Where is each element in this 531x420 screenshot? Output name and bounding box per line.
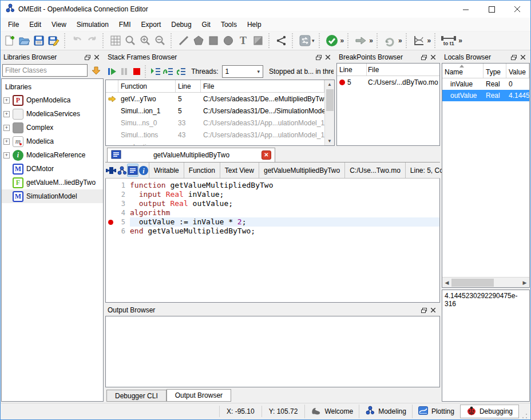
library-item-simulationmodel[interactable]: MSimulationModel <box>2 189 103 203</box>
step-return-icon[interactable] <box>175 65 187 78</box>
column-line[interactable]: Line <box>176 80 201 92</box>
vertical-scrollbar[interactable]: ▲ ▼ <box>324 80 334 145</box>
transition-mode-icon[interactable]: ▾ <box>298 33 316 48</box>
expander-icon[interactable]: + <box>3 138 10 145</box>
column-function[interactable]: Function <box>118 80 176 92</box>
stack-frame-row[interactable]: Simu...ns_033C:/Users/adeas31/App...ulat… <box>106 117 324 129</box>
menu-debug[interactable]: Debug <box>166 19 196 30</box>
stop-icon[interactable] <box>131 65 142 78</box>
menu-fmi[interactable]: FMI <box>114 19 136 30</box>
close-panel-icon[interactable] <box>429 306 438 314</box>
close-panel-icon[interactable] <box>92 53 101 61</box>
expander-icon[interactable]: + <box>3 111 10 117</box>
close-panel-icon[interactable] <box>518 53 528 61</box>
float-panel-icon[interactable] <box>509 53 518 61</box>
perspective-welcome[interactable]: Welcome <box>304 405 359 418</box>
column-type[interactable]: Type <box>484 64 506 78</box>
code-line[interactable]: 3 output Real outValue; <box>106 199 439 208</box>
library-item-modelicareference[interactable]: +iModelicaReference <box>2 148 103 162</box>
library-item-openmodelica[interactable]: +POpenModelica <box>2 93 103 107</box>
icon-view-icon[interactable] <box>105 163 117 178</box>
output-content[interactable] <box>105 316 440 387</box>
library-item-complex[interactable]: +Complex <box>2 121 103 134</box>
column-line[interactable]: Line <box>337 64 367 76</box>
code-line[interactable]: 1function getValueMultipliedByTwo <box>106 181 439 190</box>
code-line[interactable]: 4algorithm <box>106 208 439 217</box>
overflow-chevron-icon[interactable]: » <box>339 37 345 45</box>
column-file[interactable]: File <box>367 66 439 74</box>
menu-tools[interactable]: Tools <box>216 19 242 30</box>
scroll-thumb[interactable] <box>451 279 494 287</box>
perspective-modeling[interactable]: Modeling <box>359 405 412 418</box>
float-panel-icon[interactable] <box>83 53 92 61</box>
float-panel-icon[interactable] <box>419 53 429 61</box>
tab-debugger-cli[interactable]: Debugger CLI <box>106 390 167 402</box>
variable-value-box[interactable]: 4.1445230292290475e-316 <box>442 290 530 402</box>
line-shape-icon[interactable] <box>176 33 191 48</box>
stack-frame-row[interactable]: Simul...tions43C:/Users/adeas31/App...ul… <box>106 129 324 141</box>
libraries-root[interactable]: Libraries <box>2 81 103 93</box>
maximize-button[interactable] <box>479 1 505 18</box>
breakpoint-row[interactable]: 5 C:/Users/...dByTwo.mo <box>337 76 439 89</box>
menu-git[interactable]: Git <box>197 19 216 30</box>
tab-output-browser[interactable]: Output Browser <box>167 389 231 402</box>
expander-icon[interactable]: + <box>3 152 10 159</box>
column-file[interactable]: File <box>201 80 324 92</box>
library-item-getvaluem-liedbytwo[interactable]: FgetValueM...liedByTwo <box>2 176 103 189</box>
overflow-chevron-icon[interactable]: » <box>397 37 403 45</box>
column-value[interactable]: Value <box>506 64 529 78</box>
text-view-icon[interactable] <box>127 164 138 177</box>
expander-icon[interactable]: + <box>3 97 10 104</box>
save-as-icon[interactable] <box>46 33 61 48</box>
resize-grip[interactable] <box>521 413 528 419</box>
step-into-icon[interactable] <box>150 65 161 78</box>
scroll-up-icon[interactable]: ▲ <box>325 80 334 89</box>
perspective-debugging[interactable]: Debugging <box>460 405 519 418</box>
grid-icon[interactable] <box>108 33 123 48</box>
local-variable-row[interactable]: inValue Real 0 <box>442 78 529 90</box>
close-panel-icon[interactable] <box>429 53 438 61</box>
writable-button[interactable]: Writable <box>149 163 184 178</box>
polygon-shape-icon[interactable] <box>191 33 206 48</box>
float-panel-icon[interactable] <box>314 53 323 61</box>
resume-icon[interactable] <box>106 65 118 78</box>
stack-frame-row[interactable]: Simul...ion_15C:/Users/adeas31/De.../Sim… <box>106 105 324 117</box>
scroll-down-icon[interactable]: ▼ <box>325 137 334 145</box>
threads-dropdown[interactable]: 1▾ <box>222 65 264 78</box>
bitmap-shape-icon[interactable] <box>251 33 266 48</box>
step-over-icon[interactable] <box>163 65 174 78</box>
local-variable-row[interactable]: outValue Real 4.14452 <box>442 90 529 101</box>
check-model-icon[interactable] <box>324 33 339 48</box>
overflow-chevron-icon[interactable]: » <box>368 37 374 45</box>
save-icon[interactable] <box>31 33 46 48</box>
ellipse-shape-icon[interactable] <box>221 33 236 48</box>
expander-icon[interactable]: + <box>3 125 10 131</box>
rectangle-shape-icon[interactable] <box>206 33 221 48</box>
perspective-plotting[interactable]: Plotting <box>412 405 460 418</box>
zoom-out-icon[interactable] <box>153 33 168 48</box>
code-editor[interactable]: 1function getValueMultipliedByTwo2 input… <box>105 179 440 303</box>
code-line[interactable]: 6end getValueMultipliedByTwo; <box>106 227 439 236</box>
zoom-fit-icon[interactable] <box>123 33 138 48</box>
stack-frame-row[interactable]: getV...yTwo5C:/Users/adeas31/De...eMulti… <box>106 93 324 105</box>
float-panel-icon[interactable] <box>419 306 429 314</box>
new-model-icon[interactable] <box>2 33 17 48</box>
plot-icon[interactable] <box>411 33 426 48</box>
re-simulate-icon[interactable] <box>382 33 397 48</box>
menu-simulation[interactable]: Simulation <box>72 19 114 30</box>
open-file-icon[interactable] <box>17 33 31 48</box>
connect-mode-icon[interactable] <box>274 33 289 48</box>
stack-frame-row[interactable]: symb...tion <box>106 141 324 145</box>
zoom-in-icon[interactable] <box>138 33 153 48</box>
scroll-right-icon[interactable]: ▶ <box>520 280 529 286</box>
overflow-chevron-icon[interactable]: » <box>457 37 463 45</box>
filter-classes-input[interactable] <box>2 64 88 77</box>
text-shape-icon[interactable]: T <box>236 33 251 48</box>
interactive-simulation-icon[interactable]: to t1 <box>440 33 457 48</box>
filter-expand-icon[interactable] <box>90 64 102 77</box>
library-item-modelicaservices[interactable]: +ModelicaServices <box>2 107 103 121</box>
breakpoint-icon[interactable] <box>106 220 115 225</box>
library-item-modelica[interactable]: +mModelica <box>2 134 103 148</box>
minimize-button[interactable] <box>453 1 479 18</box>
scroll-left-icon[interactable]: ◀ <box>442 280 451 286</box>
